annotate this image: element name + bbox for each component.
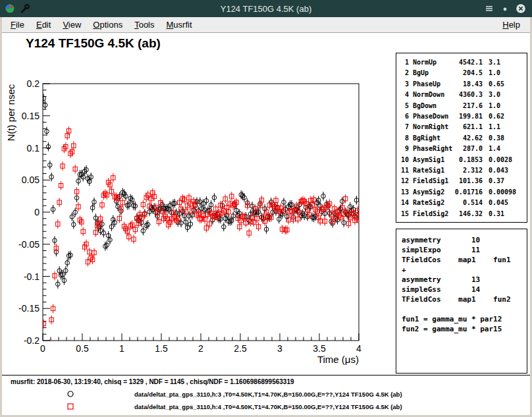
legend-entry-label: data/deltat_pta_gps_3110,h:3 ,T0=4.50K,T… [134,391,402,398]
footer-separator [2,375,530,375]
param-row: 3PhaseUp18.430.65 [396,79,527,90]
param-row: 5BgDown217.61.0 [396,101,527,111]
param-row: 13AsymSig20.017160.00098 [396,187,527,198]
y-tick-label: 0.15 [22,111,40,121]
wrench-icon [20,3,30,14]
data-series-square [41,126,361,358]
y-tick-label: 0 [34,207,40,217]
y-tick-label: 0.05 [22,175,40,185]
x-tick-label: 3 [277,343,282,354]
x-tick-label: 2.5 [234,343,247,354]
menu-help[interactable]: Help [496,18,526,32]
param-row: 10AsymSig10.18530.0028 [396,155,527,165]
x-tick-label: 0.5 [76,343,89,354]
param-row: 7NormRight621.11.1 [396,122,527,132]
minimize-icon[interactable] [500,3,510,14]
param-row: 9PhaseRight287.01.4 [396,144,527,154]
x-tick-label: 1.5 [155,343,168,354]
app-icon [5,3,15,14]
param-row: 1NormUp4542.13.1 [396,57,527,68]
y-tick-label: -0.2 [24,335,40,346]
x-tick-label: 0 [40,343,45,354]
menu-view[interactable]: View [57,18,87,32]
param-row: 4NormDown4360.33.0 [396,90,527,100]
menu-musrfit[interactable]: Musrfit [161,18,198,32]
param-row: 8BgRight42.620.38 [396,133,527,144]
fit-status: musrfit: 2018-06-30, 13:19:40, chisq = 1… [11,378,294,385]
legend-entry-label: data/deltat_pta_gps_3110,h:4 ,T0=4.50K,T… [134,403,402,410]
legend-square-marker-icon [66,402,75,411]
window-body: File Edit View Options Tools Musrfit Hel… [0,17,532,417]
x-tick-label: 1 [119,343,124,354]
legend-row-2: data/deltat_pta_gps_3110,h:4 ,T0=4.50K,T… [2,402,530,412]
legend-circle-marker-icon [66,389,75,399]
x-tick-label: 4 [356,343,361,354]
app-window: Y124 TF150G 4.5K (ab) [0,0,532,417]
param-row: 2BgUp204.51.0 [396,68,527,78]
param-row: 6PhaseDown199.810.62 [396,111,527,122]
x-tick-label: 2 [198,343,203,354]
y-tick-label: -0.1 [24,271,40,282]
window-title: Y124 TF150G 4.5K (ab) [0,4,532,14]
root-canvas[interactable]: Y124 TF150G 4.5K (ab) Time (μs) N(t) per… [2,33,530,415]
x-tick-label: 3.5 [313,343,326,354]
menu-edit[interactable]: Edit [30,18,57,32]
y-tick-label: -0.15 [18,303,40,314]
menu-tools[interactable]: Tools [128,18,160,32]
y-tick-label: -0.05 [18,239,40,250]
param-row: 11RateSig12.3120.043 [396,165,527,176]
param-row: 14RateSig20.5140.045 [396,198,527,208]
menubar: File Edit View Options Tools Musrfit Hel… [2,17,530,33]
data-series-circle [41,94,362,289]
legend-row-1: data/deltat_pta_gps_3110,h:3 ,T0=4.50K,T… [2,389,530,400]
y-tick-label: 0.1 [27,143,40,153]
param-row: 15FieldSig2146.320.31 [396,209,527,219]
window-menu-icon[interactable] [484,3,494,14]
y-axis-label: N(t) per nsec [5,84,16,141]
parameter-box: 1NormUp4542.13.12BgUp204.51.03PhaseUp18.… [396,53,527,223]
plot-area[interactable]: Time (μs) N(t) per nsec 00.511.522.533.5… [2,33,397,375]
y-tick-label: 0.2 [27,78,40,89]
param-row: 12FieldSig1101.360.37 [396,176,527,186]
menu-file[interactable]: File [5,18,30,32]
close-icon[interactable] [516,3,526,14]
theory-box: asymmetry 10 simplExpo 11 TFieldCos map1… [396,229,527,374]
x-axis-label: Time (μs) [317,354,359,365]
titlebar: Y124 TF150G 4.5K (ab) [0,0,532,17]
menu-options[interactable]: Options [87,18,128,32]
